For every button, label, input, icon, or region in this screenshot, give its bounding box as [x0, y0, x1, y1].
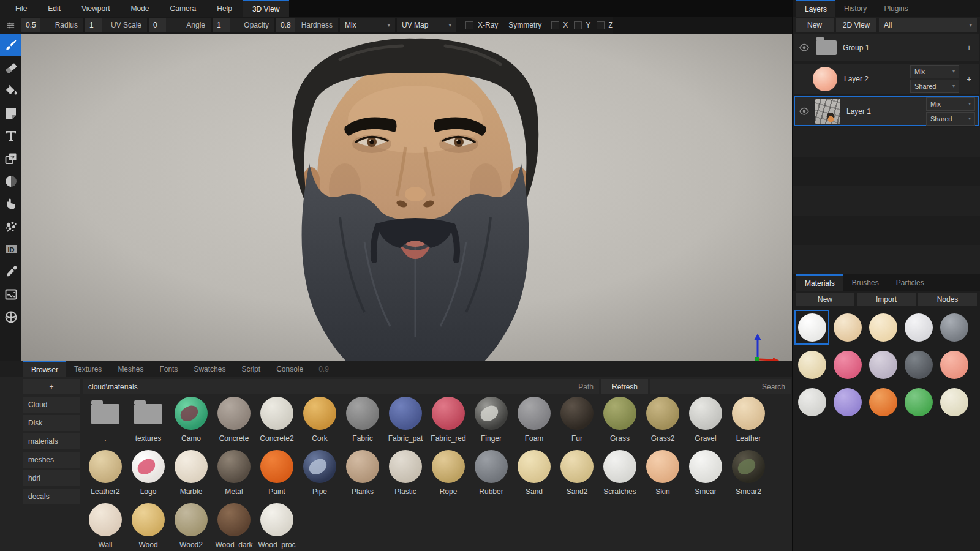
layer-filter-dropdown[interactable]: All▾: [879, 18, 977, 32]
browser-item[interactable]: Sand2: [556, 450, 598, 496]
material-swatch[interactable]: [937, 347, 971, 382]
symmetry-axis[interactable]: Y: [574, 21, 590, 29]
blend-mode-dropdown[interactable]: Mix▾: [926, 97, 975, 111]
layer-name[interactable]: Layer 2: [844, 75, 869, 83]
layer-thumbnail[interactable]: [815, 99, 840, 124]
browser-item[interactable]: Sand: [513, 450, 556, 496]
material-swatch[interactable]: [865, 384, 900, 419]
browser-item[interactable]: Fabric: [341, 397, 384, 443]
material-swatch[interactable]: [937, 384, 971, 419]
location-button[interactable]: Disk: [23, 415, 80, 431]
layer-name[interactable]: Group 1: [843, 43, 869, 52]
materials-button[interactable]: Nodes: [918, 293, 977, 306]
visibility-checkbox[interactable]: [799, 75, 807, 83]
tool-eraser[interactable]: [0, 56, 21, 79]
browser-item[interactable]: Leather: [727, 397, 770, 443]
tool-particle[interactable]: [0, 215, 21, 238]
tool-decal[interactable]: [0, 102, 21, 124]
browser-item[interactable]: Paint: [255, 450, 298, 496]
material-swatch[interactable]: [830, 384, 865, 419]
browser-item[interactable]: Logo: [127, 450, 170, 496]
browser-item[interactable]: Wood_proc: [255, 503, 298, 549]
material-swatch[interactable]: [794, 310, 829, 345]
add-location-button[interactable]: +: [23, 379, 80, 394]
add-mask-button[interactable]: +: [964, 74, 974, 84]
blend-mode-dropdown[interactable]: Mix▾: [340, 18, 395, 32]
blend-mode-dropdown[interactable]: Mix▾: [910, 65, 959, 78]
axis-checkbox[interactable]: [551, 21, 559, 29]
tool-smudge[interactable]: [0, 192, 21, 215]
layer-thumbnail[interactable]: [812, 66, 838, 92]
tool-bake[interactable]: [0, 283, 21, 305]
visibility-eye-icon[interactable]: [799, 43, 810, 52]
browser-tab[interactable]: Swatches: [186, 361, 233, 377]
2d-view-button[interactable]: 2D View: [836, 18, 876, 32]
browser-tab[interactable]: Fonts: [151, 361, 186, 377]
browser-item[interactable]: Finger: [470, 397, 513, 443]
tool-gizmo[interactable]: [0, 305, 21, 328]
location-button[interactable]: Cloud: [23, 397, 80, 413]
material-swatch[interactable]: [794, 384, 829, 419]
materials-button[interactable]: Import: [857, 293, 916, 306]
browser-item[interactable]: Leather2: [84, 450, 127, 496]
browser-item[interactable]: Smear: [684, 450, 727, 496]
toolbar-menu-button[interactable]: [0, 17, 21, 34]
field-value[interactable]: 1: [85, 18, 102, 32]
brush-setting-field[interactable]: 0 Angle: [149, 18, 211, 32]
object-dropdown[interactable]: Shared▾: [926, 112, 975, 126]
browser-item[interactable]: Wood2: [170, 503, 213, 549]
menu-item[interactable]: File: [5, 0, 37, 17]
viewport-3d[interactable]: [21, 34, 792, 361]
field-value[interactable]: 0.8: [276, 18, 295, 32]
tool-clone[interactable]: [0, 147, 21, 170]
materials-panel-tab[interactable]: Brushes: [843, 274, 888, 291]
location-button[interactable]: decals: [23, 489, 80, 504]
materials-button[interactable]: New: [796, 293, 854, 306]
axis-checkbox[interactable]: [574, 21, 582, 29]
menu-item[interactable]: Camera: [160, 0, 207, 17]
field-value[interactable]: 1: [213, 18, 230, 32]
material-swatch[interactable]: [865, 310, 900, 345]
material-swatch[interactable]: [901, 310, 936, 345]
menu-item[interactable]: Help: [206, 0, 243, 17]
tab-3d-view[interactable]: 3D View: [243, 0, 289, 17]
browser-item[interactable]: Concrete2: [255, 397, 298, 443]
new-layer-button[interactable]: New: [796, 18, 834, 32]
browser-item[interactable]: Marble: [170, 450, 213, 496]
brush-setting-field[interactable]: 0.8 Hardness: [276, 18, 338, 32]
browser-item[interactable]: Plastic: [384, 450, 427, 496]
browser-item[interactable]: Grass2: [641, 397, 684, 443]
browser-tab[interactable]: Textures: [66, 361, 110, 377]
xray-checkbox[interactable]: [466, 21, 473, 29]
layers-panel-tab[interactable]: Layers: [796, 0, 835, 17]
browser-item[interactable]: Scratches: [598, 450, 641, 496]
browser-item[interactable]: Cork: [298, 397, 341, 443]
browser-item[interactable]: Wall: [84, 503, 127, 549]
uv-map-dropdown[interactable]: UV Map▾: [397, 18, 456, 32]
browser-item[interactable]: Pipe: [298, 450, 341, 496]
material-swatch[interactable]: [830, 347, 865, 382]
browser-tab[interactable]: Script: [233, 361, 268, 377]
brush-setting-field[interactable]: 1 Opacity: [213, 18, 274, 32]
field-value[interactable]: 0: [149, 18, 166, 32]
browser-item[interactable]: Camo: [170, 397, 213, 443]
browser-item[interactable]: Metal: [213, 450, 255, 496]
location-button[interactable]: meshes: [23, 452, 80, 468]
browser-item[interactable]: Rubber: [470, 450, 513, 496]
browser-item[interactable]: .: [84, 397, 127, 443]
layers-panel-tab[interactable]: Plugins: [875, 0, 916, 17]
symmetry-axis[interactable]: Z: [597, 21, 612, 29]
symmetry-axis[interactable]: X: [551, 21, 568, 29]
layer-row-layer1[interactable]: Layer 1 Mix▾ Shared▾: [794, 96, 979, 126]
menu-item[interactable]: Viewport: [71, 0, 120, 17]
tool-blur[interactable]: [0, 170, 21, 192]
browser-item[interactable]: Concrete: [213, 397, 255, 443]
material-swatch[interactable]: [901, 347, 936, 382]
brush-setting-field[interactable]: 0.5 Radius: [21, 18, 83, 32]
browser-tab[interactable]: Console: [268, 361, 311, 377]
browser-item[interactable]: Wood_dark: [213, 503, 255, 549]
tool-brush[interactable]: [0, 34, 21, 56]
browser-item[interactable]: Fabric_pat: [384, 397, 427, 443]
material-swatch[interactable]: [794, 347, 829, 382]
brush-setting-field[interactable]: 1 UV Scale: [85, 18, 147, 32]
